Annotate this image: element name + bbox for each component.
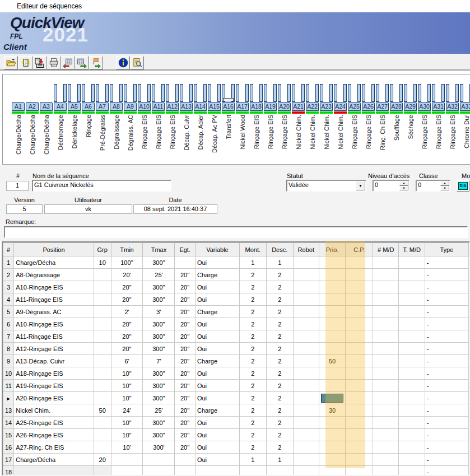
- classe-spinner[interactable]: 0 ▲▼: [416, 180, 450, 192]
- cell-1-desc[interactable]: 1: [266, 256, 293, 269]
- tank-id-label[interactable]: A33: [460, 102, 470, 111]
- cell-2-desc[interactable]: 2: [266, 269, 293, 281]
- cell-8-type[interactable]: -: [425, 343, 468, 355]
- cell-6-robot[interactable]: [293, 318, 319, 330]
- cell-14-prio[interactable]: [319, 417, 345, 429]
- cell-10-mont[interactable]: 2: [239, 367, 266, 380]
- cell-17-position[interactable]: Charge/Décha: [14, 454, 94, 466]
- column-header-tmin[interactable]: Tmin: [111, 243, 143, 256]
- cell-15-tmax[interactable]: 300'': [143, 429, 175, 441]
- cell-3-prio[interactable]: [319, 281, 345, 293]
- cell-6-cp[interactable]: [346, 318, 373, 330]
- cell-3-md[interactable]: [373, 281, 399, 293]
- cell-10-prio[interactable]: [319, 367, 345, 380]
- cell-15-cp[interactable]: [346, 429, 373, 441]
- cell-9-type[interactable]: -: [425, 355, 468, 367]
- cell-2-variable[interactable]: Charge: [195, 269, 239, 281]
- cell-16-tmax[interactable]: 300': [143, 441, 175, 454]
- table-row[interactable]: ►A20-Rinçage EIS10''300''20''Oui22-: [3, 392, 469, 404]
- cell-15-tmin[interactable]: 10'': [111, 429, 143, 441]
- cell-13-tmd[interactable]: [399, 404, 425, 417]
- chevron-down-icon[interactable]: ▼: [356, 181, 365, 190]
- cell-1-mont[interactable]: 1: [239, 256, 266, 269]
- cell-18-desc[interactable]: [266, 466, 293, 476]
- cell-6-prio[interactable]: [319, 318, 345, 330]
- cell-11-cp[interactable]: [346, 380, 373, 392]
- tank-id-label[interactable]: A7: [96, 102, 109, 111]
- cell-9-grp[interactable]: [94, 355, 111, 367]
- cell-17-tmd[interactable]: [399, 454, 425, 466]
- table-row[interactable]: 1Charge/Décha10100''300''Oui11-: [3, 256, 469, 269]
- cell-18-grp[interactable]: [94, 466, 111, 476]
- cell-10-grp[interactable]: [94, 367, 111, 380]
- cell-12-desc[interactable]: 2: [266, 392, 293, 404]
- column-header-egt[interactable]: Egt.: [175, 243, 196, 256]
- niveau-spin-buttons[interactable]: ▲▼: [399, 181, 408, 190]
- cell-2-robot[interactable]: [293, 269, 319, 281]
- tank-id-label[interactable]: A18: [250, 102, 263, 111]
- cell-4-prio[interactable]: [319, 293, 345, 306]
- column-header-md[interactable]: # M/D: [373, 243, 399, 256]
- cell-9-md[interactable]: [373, 355, 399, 367]
- tank-id-label[interactable]: A15: [208, 102, 221, 111]
- cell-9-tmd[interactable]: [399, 355, 425, 367]
- cell-16-md[interactable]: [373, 441, 399, 454]
- cell-3-desc[interactable]: 2: [266, 281, 293, 293]
- tank-id-label[interactable]: A22: [306, 102, 319, 111]
- cell-17-cp[interactable]: [346, 454, 373, 466]
- cell-16-robot[interactable]: [293, 441, 319, 454]
- cell-11-robot[interactable]: [293, 380, 319, 392]
- cell-11-mont[interactable]: 2: [239, 380, 266, 392]
- classe-spin-buttons[interactable]: ▲▼: [440, 181, 449, 190]
- cell-15-md[interactable]: [373, 429, 399, 441]
- cell-5-mont[interactable]: 2: [239, 306, 266, 318]
- cell-18-prio[interactable]: [319, 466, 345, 476]
- cell-9-[interactable]: 9: [3, 355, 14, 367]
- cell-4-desc[interactable]: 2: [266, 293, 293, 306]
- cell-7-type[interactable]: -: [425, 330, 468, 343]
- cell-8-mont[interactable]: 2: [239, 343, 266, 355]
- cell-10-tmin[interactable]: 10'': [111, 367, 143, 380]
- tank-id-label[interactable]: A24: [334, 102, 347, 111]
- table-row[interactable]: 2A8-Dégraissage20'25'20''Charge22-: [3, 269, 469, 281]
- cell-1-tmax[interactable]: 300'': [143, 256, 175, 269]
- cell-3-[interactable]: 3: [3, 281, 14, 293]
- cell-7-tmd[interactable]: [399, 330, 425, 343]
- cell-15-grp[interactable]: [94, 429, 111, 441]
- cell-1-tmin[interactable]: 100'': [111, 256, 143, 269]
- cell-7-mont[interactable]: 2: [239, 330, 266, 343]
- cell-11-egt[interactable]: 20'': [175, 380, 196, 392]
- tank-id-label[interactable]: A17: [236, 102, 249, 111]
- cell-3-egt[interactable]: 20'': [175, 281, 196, 293]
- table-row[interactable]: 3A10-Rinçage EIS20''300''20''Oui22-: [3, 281, 469, 293]
- cell-13-type[interactable]: -: [425, 404, 468, 417]
- cell-3-grp[interactable]: [94, 281, 111, 293]
- cell-9-mont[interactable]: 2: [239, 355, 266, 367]
- cell-9-tmax[interactable]: 7': [143, 355, 175, 367]
- cell-3-mont[interactable]: 2: [239, 281, 266, 293]
- cell-5-md[interactable]: [373, 306, 399, 318]
- cell-7-grp[interactable]: [94, 330, 111, 343]
- cell-7-cp[interactable]: [346, 330, 373, 343]
- cell-17-robot[interactable]: [293, 454, 319, 466]
- cell-12-tmin[interactable]: 10'': [111, 392, 143, 404]
- cell-17-mont[interactable]: 1: [239, 454, 266, 466]
- open-button[interactable]: [4, 56, 18, 69]
- cell-12-position[interactable]: A20-Rinçage EIS: [14, 392, 94, 404]
- cell-2-grp[interactable]: [94, 269, 111, 281]
- cell-8-variable[interactable]: Oui: [195, 343, 239, 355]
- cell-7-tmax[interactable]: 300'': [143, 330, 175, 343]
- cell-1-prio[interactable]: [319, 256, 345, 269]
- cell-13-md[interactable]: [373, 404, 399, 417]
- cell-14-robot[interactable]: [293, 417, 319, 429]
- cell-13-cp[interactable]: [346, 404, 373, 417]
- remarque-input[interactable]: [4, 226, 468, 238]
- flag-export-button[interactable]: [89, 56, 103, 69]
- cell-9-egt[interactable]: 20'': [175, 355, 196, 367]
- cell-6-egt[interactable]: 20'': [175, 318, 196, 330]
- cell-8-desc[interactable]: 2: [266, 343, 293, 355]
- cell-18-mont[interactable]: [239, 466, 266, 476]
- cell-6-[interactable]: 6: [3, 318, 14, 330]
- cell-3-variable[interactable]: Oui: [195, 281, 239, 293]
- cell-5-[interactable]: 5: [3, 306, 14, 318]
